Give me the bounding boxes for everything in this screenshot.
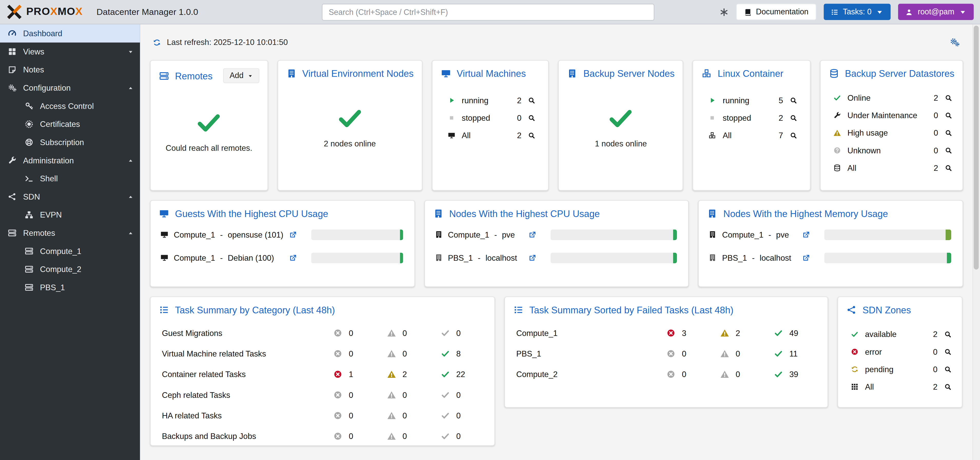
tasks-button[interactable]: Tasks: 0 [823, 4, 891, 20]
cpu-usage-bar [311, 252, 403, 263]
sidebar-item-notes[interactable]: Notes [0, 61, 140, 79]
sidebar-item-dashboard[interactable]: Dashboard [0, 24, 140, 43]
task-category-row: HA related Tasks 0 0 0 [151, 405, 494, 426]
sidebar-item-label: Shell [40, 174, 58, 184]
top-header-bar: PROXMOX Datacenter Manager 1.0.0 Documen… [0, 0, 980, 24]
certificate-icon [24, 120, 34, 129]
task-category-row: Container related Tasks 1 2 22 [151, 364, 494, 385]
dashboard-settings-gears-icon[interactable] [949, 37, 961, 48]
sdn-all-row: All 2 [838, 378, 962, 395]
cpu-usage-bar [550, 229, 677, 240]
card-title: Guests With the Highest CPU Usage [175, 208, 328, 219]
search-icon[interactable] [944, 94, 953, 102]
external-link-icon[interactable] [289, 230, 298, 239]
lxc-stopped-row: stopped 2 [693, 109, 810, 126]
task-category-row: Ceph related Tasks 0 0 0 [151, 385, 494, 405]
sidebar-item-administration[interactable]: Administration [0, 151, 140, 169]
search-icon[interactable] [789, 131, 797, 139]
sidebar-item-access-control[interactable]: Access Control [0, 97, 140, 115]
server-icon [8, 228, 17, 238]
server-icon [24, 246, 34, 256]
sidebar-item-subscription[interactable]: Subscription [0, 133, 140, 152]
search-icon[interactable] [789, 113, 797, 122]
user-icon [905, 8, 913, 16]
sidebar-item-compute-2[interactable]: Compute_2 [0, 260, 140, 278]
search-icon[interactable] [944, 330, 952, 338]
chevron-down-icon [127, 48, 134, 55]
search-icon[interactable] [528, 113, 536, 122]
search-icon[interactable] [944, 146, 953, 154]
task-category-row: Backups and Backup Jobs 0 0 0 [151, 426, 494, 446]
database-icon [829, 68, 839, 78]
external-link-icon[interactable] [528, 253, 537, 262]
header-actions: Documentation Tasks: 0 root@pam [719, 4, 974, 20]
task-list-icon [159, 305, 169, 315]
note-icon [8, 65, 17, 75]
datastore-high-usage-row: High usage 0 [821, 124, 963, 141]
sidebar-item-label: Certificates [40, 120, 80, 129]
cubes-icon [708, 131, 717, 139]
success-check-icon [336, 104, 364, 132]
error-circle-icon [333, 390, 343, 399]
book-icon [743, 8, 752, 16]
building-icon [434, 253, 443, 262]
vm-running-row: running 2 [432, 91, 548, 109]
sidebar-item-views[interactable]: Views [0, 43, 140, 61]
add-remote-button[interactable]: Add [223, 68, 259, 83]
search-icon[interactable] [944, 111, 953, 119]
sidebar-item-remotes[interactable]: Remotes [0, 224, 140, 242]
sidebar-item-evpn[interactable]: EVPN [0, 206, 140, 224]
card-title: Virtual Environment Nodes [302, 68, 414, 78]
global-search-input[interactable] [322, 4, 654, 21]
datastore-all-row: All 2 [821, 159, 963, 176]
search-icon[interactable] [528, 131, 536, 139]
datastore-maintenance-row: Under Maintenance 0 [821, 106, 963, 124]
search-icon[interactable] [789, 96, 797, 104]
search-icon[interactable] [944, 164, 953, 172]
app-title: Datacenter Manager 1.0.0 [97, 7, 198, 17]
sidebar-item-certificates[interactable]: Certificates [0, 115, 140, 133]
sidebar-item-label: Access Control [40, 101, 94, 111]
vertical-scrollbar[interactable] [972, 24, 980, 460]
asterisk-icon[interactable] [719, 7, 729, 17]
card-virtual-machines: Virtual Machines running 2 stopped 0 [432, 60, 549, 191]
search-icon[interactable] [528, 96, 536, 104]
database-icon [833, 164, 842, 172]
chevron-down-icon [876, 8, 884, 16]
external-link-icon[interactable] [528, 230, 537, 239]
user-menu-button[interactable]: root@pam [898, 4, 974, 20]
sidebar-item-sdn[interactable]: SDN [0, 187, 140, 206]
error-circle-icon [851, 348, 859, 356]
documentation-button[interactable]: Documentation [736, 4, 816, 20]
check-icon [774, 370, 783, 379]
card-remotes: Remotes Add Could reach all remotes. [150, 60, 268, 191]
warning-triangle-icon [720, 328, 729, 338]
card-nodes-highest-memory: Nodes With the Highest Memory Usage Comp… [698, 200, 963, 287]
sync-icon [851, 365, 859, 373]
scrollbar-thumb[interactable] [974, 26, 979, 270]
sidebar-item-label: Dashboard [23, 29, 62, 38]
search-icon[interactable] [944, 382, 952, 391]
search-icon[interactable] [944, 128, 953, 137]
warning-triangle-icon [720, 370, 729, 379]
search-icon[interactable] [944, 365, 952, 373]
server-icon [159, 70, 169, 81]
external-link-icon[interactable] [802, 253, 811, 262]
external-link-icon[interactable] [802, 230, 811, 239]
card-title: Linux Container [718, 68, 783, 78]
task-category-row: Virtual Machine related Tasks 0 0 8 [151, 343, 494, 364]
sidebar-item-compute-1[interactable]: Compute_1 [0, 242, 140, 260]
wrench-icon [833, 111, 842, 119]
sidebar-item-shell[interactable]: Shell [0, 169, 140, 188]
sidebar-item-label: Notes [23, 65, 44, 75]
proxmox-wordmark: PROXMOX [26, 6, 83, 18]
refresh-icon[interactable] [153, 38, 161, 46]
gears-icon [8, 83, 17, 93]
status-message: 1 nodes online [595, 139, 647, 148]
sidebar-item-configuration[interactable]: Configuration [0, 79, 140, 97]
sidebar-item-pbs-1[interactable]: PBS_1 [0, 278, 140, 297]
desktop-icon [441, 68, 451, 78]
card-nodes-highest-cpu: Nodes With the Highest CPU Usage Compute… [424, 200, 689, 287]
external-link-icon[interactable] [289, 253, 298, 262]
search-icon[interactable] [944, 348, 952, 356]
